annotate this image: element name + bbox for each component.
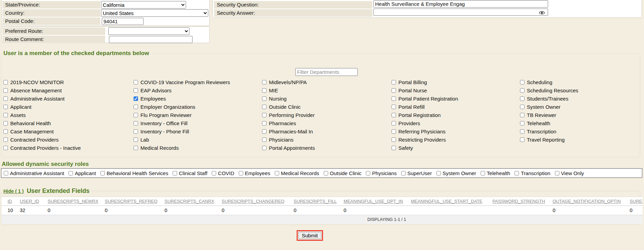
table-column-header[interactable]: SURESCRIPTS_FILL [294, 199, 344, 204]
department-checkbox[interactable] [392, 80, 396, 84]
department-option[interactable]: Physicians [262, 135, 315, 144]
department-option[interactable]: Pharmacies-Mail In [262, 127, 315, 135]
department-checkbox[interactable] [262, 96, 267, 101]
department-checkbox[interactable] [134, 121, 138, 126]
department-checkbox[interactable] [3, 129, 8, 134]
security-role-option[interactable]: Behavioral Health Services [100, 169, 168, 177]
security-role-option[interactable]: Telehealth [481, 169, 510, 177]
security-role-checkbox[interactable] [436, 171, 441, 175]
department-checkbox[interactable] [392, 129, 396, 134]
table-column-header[interactable]: OUTAGE_NOTIFICATION_OPTIN [553, 199, 630, 204]
table-column-header[interactable]: ID [8, 199, 20, 204]
postal-code-input[interactable] [102, 18, 144, 25]
department-checkbox[interactable] [134, 105, 138, 109]
department-option[interactable]: Portal Patient Registration [392, 94, 458, 103]
security-role-checkbox[interactable] [366, 171, 370, 175]
department-checkbox[interactable] [262, 137, 267, 142]
department-option[interactable]: Flu Program Reviewer [134, 111, 230, 119]
security-role-option[interactable]: Applicant [69, 169, 96, 177]
department-option[interactable]: Contracted Providers - Inactive [3, 144, 81, 152]
department-option[interactable]: Scheduling [520, 78, 578, 86]
security-role-option[interactable]: System Owner [436, 169, 476, 177]
security-role-checkbox[interactable] [173, 171, 177, 175]
department-checkbox[interactable] [262, 80, 267, 84]
department-option[interactable]: 2019-NCOV MONITOR [3, 78, 81, 86]
department-option[interactable]: Pharmacies [262, 119, 315, 127]
country-select[interactable]: United States [101, 9, 208, 17]
security-answer-input[interactable] [373, 9, 548, 16]
table-column-header[interactable]: PASSWORD_STRENGTH [493, 199, 553, 204]
department-checkbox[interactable] [134, 80, 138, 84]
table-column-header[interactable]: MEANINGFUL_USE_START_DATE [411, 199, 493, 204]
department-checkbox[interactable] [520, 80, 524, 84]
department-option[interactable]: Behavioral Health [3, 119, 81, 127]
security-question-input[interactable] [373, 0, 548, 8]
department-option[interactable]: Nursing [262, 94, 315, 103]
security-role-option[interactable]: View Only [555, 169, 584, 177]
department-checkbox[interactable] [392, 113, 396, 117]
department-option[interactable]: Case Management [3, 127, 81, 135]
department-option[interactable]: Scheduling Resources [520, 86, 578, 94]
table-column-header[interactable]: SURESCRIPTS_REFREQ [105, 199, 165, 204]
department-checkbox[interactable] [392, 146, 396, 150]
department-option[interactable]: Referring Physicians [392, 127, 458, 135]
department-checkbox[interactable] [134, 137, 138, 142]
department-option[interactable]: Travel Reporting [520, 135, 578, 144]
department-checkbox[interactable] [3, 105, 8, 109]
department-option[interactable]: Lab [134, 135, 230, 144]
department-checkbox[interactable] [3, 80, 8, 84]
department-option[interactable]: Telehealth [520, 119, 578, 127]
route-comment-input[interactable] [109, 36, 193, 43]
eye-icon[interactable] [539, 10, 545, 16]
submit-button[interactable]: Submit [298, 232, 321, 239]
department-option[interactable]: Midlevels/NP/PA [262, 78, 315, 86]
department-option[interactable]: Safety [392, 144, 458, 152]
department-option[interactable]: Inventory - Phone Fill [134, 127, 230, 135]
department-option[interactable]: Inventory - Office Fill [134, 119, 230, 127]
department-option[interactable]: Portal Nurse [392, 86, 458, 94]
department-option[interactable]: Portal Registration [392, 111, 458, 119]
security-role-checkbox[interactable] [4, 171, 8, 175]
department-option[interactable]: System Owner [520, 103, 578, 111]
hide-link[interactable]: Hide ( 1 ) [3, 188, 24, 194]
department-option[interactable]: Providers [392, 119, 458, 127]
department-checkbox[interactable] [520, 137, 524, 142]
filter-departments-input[interactable] [295, 68, 358, 76]
department-option[interactable]: Applicant [3, 103, 81, 111]
department-option[interactable]: EAP Advisors [134, 86, 230, 94]
security-role-option[interactable]: Transcription [515, 169, 550, 177]
department-checkbox[interactable] [520, 88, 524, 93]
security-role-checkbox[interactable] [515, 171, 519, 175]
department-option[interactable]: Portal Billing [392, 78, 458, 86]
state-select[interactable]: California [101, 1, 186, 9]
department-option[interactable]: MIE [262, 86, 315, 94]
department-option[interactable]: COVID-19 Vaccine Program Reviewers [134, 78, 230, 86]
department-option[interactable]: Outside Clinic [262, 103, 315, 111]
department-checkbox[interactable] [134, 146, 138, 150]
department-checkbox[interactable] [262, 113, 267, 117]
department-option[interactable]: Employees [134, 94, 230, 103]
department-checkbox[interactable] [262, 88, 267, 93]
department-option[interactable]: Assets [3, 111, 81, 119]
department-checkbox[interactable] [262, 105, 267, 109]
security-role-checkbox[interactable] [239, 171, 243, 175]
department-option[interactable]: Contracted Providers [3, 135, 81, 144]
table-column-header[interactable]: MEANINGFUL_USE_OPT_IN [344, 199, 411, 204]
department-option[interactable]: Portal Refill [392, 103, 458, 111]
department-checkbox[interactable] [392, 137, 396, 142]
department-option[interactable]: Medical Records [134, 144, 230, 152]
preferred-route-select[interactable] [108, 27, 189, 35]
security-role-checkbox[interactable] [555, 171, 559, 175]
department-option[interactable]: TB Reviewer [520, 111, 578, 119]
department-option[interactable]: Restricting Providers [392, 135, 458, 144]
department-checkbox[interactable] [392, 105, 396, 109]
security-role-checkbox[interactable] [100, 171, 105, 175]
department-checkbox[interactable] [134, 113, 138, 117]
security-role-checkbox[interactable] [275, 171, 279, 175]
department-checkbox[interactable] [520, 113, 524, 117]
department-option[interactable]: Employer Organizations [134, 103, 230, 111]
department-option[interactable]: Transcription [520, 127, 578, 135]
department-checkbox[interactable] [520, 129, 524, 134]
department-checkbox[interactable] [262, 129, 267, 134]
security-role-option[interactable]: Medical Records [275, 169, 319, 177]
